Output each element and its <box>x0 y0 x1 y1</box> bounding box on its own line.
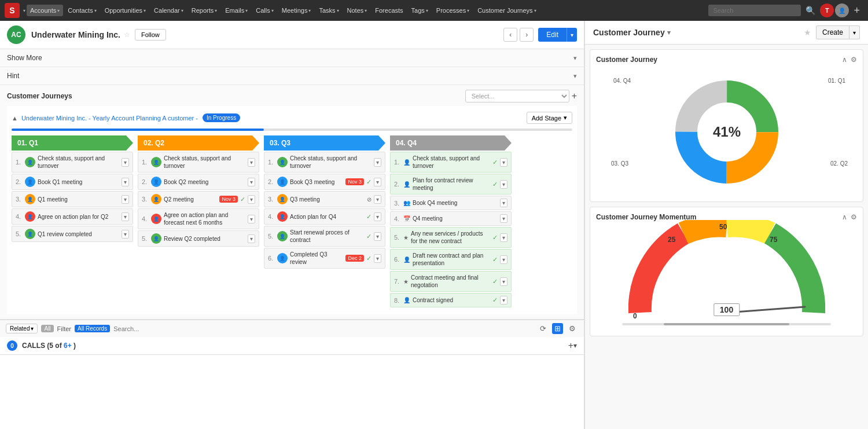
task-dropdown[interactable]: ▾ <box>122 212 129 221</box>
task-dropdown[interactable]: ▾ <box>500 233 507 242</box>
search-input[interactable] <box>708 5 801 16</box>
edit-button[interactable]: Edit <box>538 28 567 42</box>
chart1-collapse-button[interactable]: ∧ <box>842 56 847 64</box>
task-dropdown[interactable]: ▾ <box>374 212 381 221</box>
chart2-collapse-button[interactable]: ∧ <box>842 213 847 221</box>
task-dropdown[interactable]: ▾ <box>500 199 507 207</box>
settings-icon[interactable]: ⚙ <box>567 323 578 334</box>
calls-label: CALLS (5 of 6+ ) <box>22 342 76 350</box>
task-dropdown[interactable]: ▾ <box>500 255 507 264</box>
task-check[interactable]: ✓ <box>492 234 498 241</box>
task-row: 5. 👤 Q1 review completed ▾ <box>12 226 133 242</box>
nav-opportunities[interactable]: Opportunities▾ <box>101 5 149 16</box>
nav-notes[interactable]: Notes▾ <box>344 5 371 16</box>
task-check[interactable]: ✓ <box>492 256 498 263</box>
nav-tasks[interactable]: Tasks▾ <box>315 5 342 16</box>
task-dropdown[interactable]: ▾ <box>374 178 381 186</box>
calls-chevron[interactable]: ▾ <box>573 342 577 350</box>
calls-more-link[interactable]: 6+ <box>64 342 72 350</box>
search-icon[interactable]: 🔍 <box>802 3 819 17</box>
nav-contacts[interactable]: Contacts▾ <box>64 5 100 16</box>
journey-title-link[interactable]: Underwater Mining Inc. - Yearly Account … <box>21 115 198 122</box>
gauge-scrollbar[interactable] <box>622 323 831 325</box>
task-dropdown[interactable]: ▾ <box>122 178 129 186</box>
task-avatar: 👤 <box>151 177 161 187</box>
task-check[interactable]: ✓ <box>492 296 498 304</box>
app-logo-chevron[interactable]: ▾ <box>23 8 25 13</box>
calls-row: 0 CALLS (5 of 6+ ) + ▾ <box>0 337 584 355</box>
task-check[interactable]: ✓ <box>366 255 372 262</box>
all-badge[interactable]: All <box>41 325 53 332</box>
nav-reports[interactable]: Reports▾ <box>188 5 221 16</box>
bottom-search-input[interactable] <box>113 325 534 332</box>
nav-processes[interactable]: Processes▾ <box>433 5 473 16</box>
task-dropdown[interactable]: ▾ <box>374 254 381 263</box>
task-avatar: 👤 <box>277 231 288 241</box>
task-dropdown[interactable]: ▾ <box>374 195 381 204</box>
zero-icon: ⊘ <box>367 196 372 203</box>
chart2-settings-icon[interactable]: ⚙ <box>851 213 857 221</box>
task-avatar: 👤 <box>277 211 288 222</box>
task-dropdown[interactable]: ▾ <box>248 158 255 167</box>
show-more-chevron: ▾ <box>573 54 577 62</box>
create-button[interactable]: Create <box>816 25 849 39</box>
nav-customer-journeys[interactable]: Customer Journeys▾ <box>474 5 539 16</box>
prev-arrow[interactable]: ‹ <box>503 28 517 42</box>
star-icon: ★ <box>403 278 409 285</box>
edit-dropdown-button[interactable]: ▾ <box>567 28 577 42</box>
all-records-badge[interactable]: All Records <box>75 325 110 332</box>
task-check[interactable]: ✓ <box>366 178 372 186</box>
task-dropdown[interactable]: ▾ <box>500 158 507 167</box>
bookmark-icon[interactable]: ★ <box>804 28 811 37</box>
task-check[interactable]: ✓ <box>366 213 372 221</box>
task-dropdown[interactable]: ▾ <box>500 296 507 305</box>
nav-tags[interactable]: Tags▾ <box>408 5 432 16</box>
task-dropdown[interactable]: ▾ <box>248 215 255 223</box>
nav-accounts[interactable]: Accounts▾ <box>27 5 63 16</box>
task-dropdown[interactable]: ▾ <box>500 180 507 189</box>
user-avatar-t[interactable]: T <box>820 3 834 17</box>
nav-emails[interactable]: Emails▾ <box>222 5 251 16</box>
follow-button[interactable]: Follow <box>135 29 166 41</box>
task-check[interactable]: ✓ <box>492 181 498 188</box>
col-header-q2: 02. Q2 <box>138 135 259 151</box>
nav-forecasts[interactable]: Forecasts <box>372 5 406 16</box>
grid-icon[interactable]: ⊞ <box>552 323 563 334</box>
add-stage-button[interactable]: Add Stage▾ <box>527 112 572 124</box>
hint-row[interactable]: Hint ▾ <box>0 67 584 85</box>
show-more-row[interactable]: Show More ▾ <box>0 49 584 67</box>
task-dropdown[interactable]: ▾ <box>122 230 129 239</box>
nav-calendar[interactable]: Calendar▾ <box>150 5 187 16</box>
customer-journeys-select[interactable]: Select... <box>465 90 569 102</box>
chart1-settings-icon[interactable]: ⚙ <box>851 56 857 64</box>
task-dropdown[interactable]: ▾ <box>248 195 255 204</box>
task-check[interactable]: ✓ <box>366 233 372 240</box>
task-check[interactable]: ✓ <box>240 196 245 203</box>
task-dropdown[interactable]: ▾ <box>374 158 381 167</box>
next-arrow[interactable]: › <box>520 28 534 42</box>
right-title-chevron[interactable]: ▾ <box>667 29 671 36</box>
nav-meetings[interactable]: Meetings▾ <box>278 5 315 16</box>
kanban-board: 01. Q1 1. 👤 Check status, support and tu… <box>12 135 572 310</box>
account-star-icon[interactable]: ☆ <box>124 31 130 39</box>
journey-collapse-icon[interactable]: ▲ <box>12 115 18 122</box>
donut-label-q3: 03. Q3 <box>611 160 628 167</box>
task-dropdown[interactable]: ▾ <box>374 232 381 241</box>
task-dropdown[interactable]: ▾ <box>500 277 507 286</box>
customer-journeys-add-button[interactable]: + <box>572 91 577 101</box>
nav-calls[interactable]: Calls▾ <box>252 5 277 16</box>
create-dropdown-button[interactable]: ▾ <box>849 25 860 39</box>
user-avatar-img[interactable]: 👤 <box>835 3 849 17</box>
add-button[interactable]: + <box>850 5 863 17</box>
task-check[interactable]: ✓ <box>492 278 498 285</box>
refresh-icon[interactable]: ⟳ <box>538 323 549 334</box>
task-dropdown[interactable]: ▾ <box>248 234 255 243</box>
task-dropdown[interactable]: ▾ <box>248 178 255 186</box>
app-logo[interactable]: S <box>5 3 20 18</box>
related-button[interactable]: Related▾ <box>6 324 38 333</box>
task-dropdown[interactable]: ▾ <box>122 158 129 167</box>
task-check[interactable]: ✓ <box>492 159 498 166</box>
task-dropdown[interactable]: ▾ <box>122 195 129 204</box>
calls-add-button[interactable]: + <box>568 340 573 351</box>
task-dropdown[interactable]: ▾ <box>500 214 507 223</box>
